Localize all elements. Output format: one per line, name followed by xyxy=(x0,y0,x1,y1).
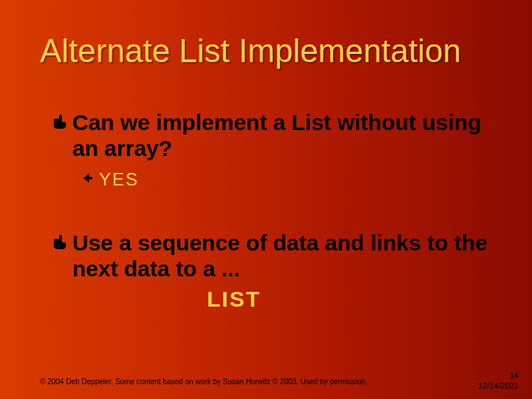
hand-point-icon xyxy=(52,234,72,250)
footer-date: 12/14/2021 xyxy=(478,381,519,390)
bullet-1-text: Can we implement a List without using an… xyxy=(72,109,495,162)
footer-credit: © 2004 Deb Deppeler. Some content based … xyxy=(40,378,367,386)
spacer xyxy=(52,190,495,230)
slide-body: Can we implement a List without using an… xyxy=(52,109,495,312)
hand-point-icon xyxy=(52,114,72,130)
arrow-left-icon xyxy=(81,171,99,188)
bullet-1: Can we implement a List without using an… xyxy=(52,109,495,162)
sub-bullet-1-text: YES xyxy=(99,169,139,190)
sub-bullet-1: YES xyxy=(81,169,495,190)
footer-right: 14 12/14/2021 xyxy=(478,371,519,390)
bullet-2-text: Use a sequence of data and links to the … xyxy=(72,230,495,282)
list-label: LIST xyxy=(207,287,495,312)
slide-title: Alternate List Implementation xyxy=(40,33,510,69)
bullet-2: Use a sequence of data and links to the … xyxy=(52,230,495,282)
page-number: 14 xyxy=(478,371,519,380)
slide: Alternate List Implementation Can we imp… xyxy=(0,0,532,399)
